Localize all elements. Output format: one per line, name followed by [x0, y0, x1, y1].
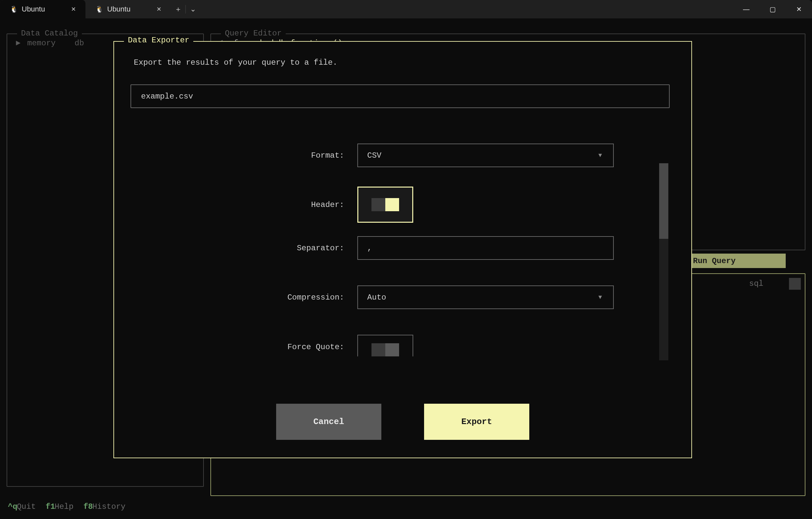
scrollbar-indicator[interactable] — [789, 278, 801, 290]
modal-buttons: Cancel Export — [114, 404, 691, 440]
header-label: Header: — [140, 201, 344, 209]
data-exporter-modal: Data Exporter Export the results of your… — [113, 41, 692, 458]
export-button[interactable]: Export — [424, 404, 529, 440]
footer-keybindings: ^q Quit f1 Help f8 History — [8, 502, 125, 511]
separator-label: Separator: — [140, 244, 344, 253]
compression-select[interactable]: Auto ▼ — [357, 285, 614, 309]
toggle-switch-on — [372, 198, 399, 211]
close-icon[interactable]: ✕ — [68, 4, 78, 14]
tab-actions: ＋ ⌄ — [171, 0, 200, 19]
minimize-button[interactable]: — — [733, 0, 759, 19]
tab-label: Ubuntu — [107, 5, 130, 13]
tux-icon: 🐧 — [10, 5, 18, 13]
run-query-button[interactable]: Run Query — [687, 253, 786, 268]
modal-scrollbar[interactable] — [659, 163, 668, 360]
new-tab-button[interactable]: ＋ — [171, 0, 185, 19]
expand-icon[interactable]: ► — [16, 39, 20, 48]
tab-ubuntu-1[interactable]: 🐧 Ubuntu ✕ — [0, 0, 85, 19]
cancel-button[interactable]: Cancel — [276, 404, 381, 440]
catalog-item-name[interactable]: memory — [27, 39, 56, 48]
tab-ubuntu-2[interactable]: 🐧 Ubuntu ✕ — [85, 0, 171, 19]
kb-history-key: f8 — [84, 502, 93, 511]
catalog-item-type: db — [75, 39, 84, 48]
forcequote-label: Force Quote: — [140, 335, 344, 352]
kb-quit-label: Quit — [17, 502, 36, 511]
separator-input[interactable] — [357, 236, 614, 260]
modal-title: Data Exporter — [124, 36, 193, 45]
chevron-down-icon: ▼ — [598, 152, 602, 159]
results-lang-label: sql — [749, 279, 763, 493]
format-value: CSV — [367, 151, 381, 160]
tux-icon: 🐧 — [95, 5, 103, 13]
forcequote-toggle[interactable] — [357, 335, 413, 357]
compression-value: Auto — [367, 293, 386, 302]
window-controls: — ▢ ✕ — [733, 0, 812, 19]
kb-help-key: f1 — [46, 502, 55, 511]
tab-label: Ubuntu — [22, 5, 45, 13]
run-query-label: Run Query — [693, 256, 736, 266]
app-window: 🐧 Ubuntu ✕ 🐧 Ubuntu ✕ ＋ ⌄ — ▢ ✕ Data Cat… — [0, 0, 812, 519]
maximize-button[interactable]: ▢ — [759, 0, 786, 19]
export-form: Format: CSV ▼ Header: Separator: — [140, 144, 657, 351]
panel-title: Data Catalog — [17, 29, 82, 38]
close-icon[interactable]: ✕ — [154, 4, 164, 14]
close-window-button[interactable]: ✕ — [786, 0, 812, 19]
kb-quit-key: ^q — [8, 502, 18, 511]
format-label: Format: — [140, 151, 344, 160]
header-toggle[interactable] — [357, 187, 413, 223]
filename-input[interactable] — [130, 84, 670, 108]
titlebar: 🐧 Ubuntu ✕ 🐧 Ubuntu ✕ ＋ ⌄ — ▢ ✕ — [0, 0, 812, 19]
format-select[interactable]: CSV ▼ — [357, 144, 614, 167]
kb-history-label: History — [92, 502, 125, 511]
scrollbar-thumb[interactable] — [659, 163, 668, 239]
toggle-switch-off — [372, 343, 399, 357]
compression-label: Compression: — [140, 293, 344, 302]
panel-title: Query Editor — [221, 29, 286, 38]
tab-dropdown-button[interactable]: ⌄ — [186, 0, 200, 19]
kb-help-label: Help — [55, 502, 74, 511]
chevron-down-icon: ▼ — [598, 294, 602, 301]
modal-description: Export the results of your query to a fi… — [134, 58, 337, 67]
